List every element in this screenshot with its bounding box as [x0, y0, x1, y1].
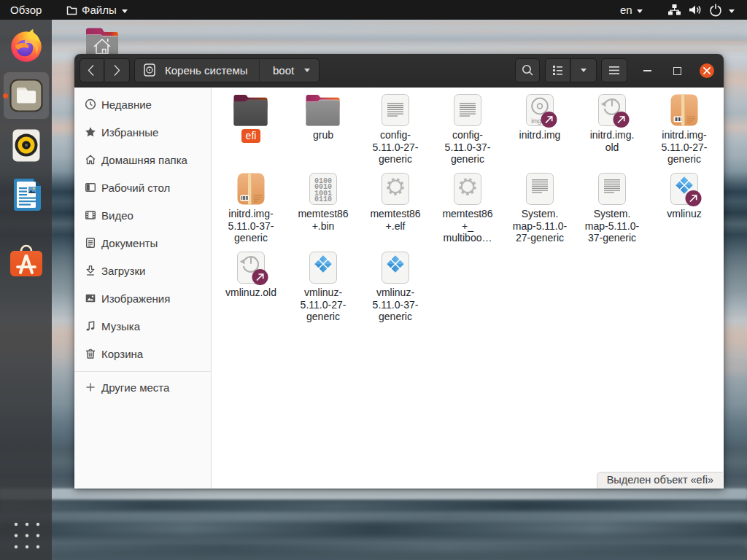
svg-text:img: img	[531, 117, 541, 125]
svg-text:0110: 0110	[314, 195, 332, 203]
